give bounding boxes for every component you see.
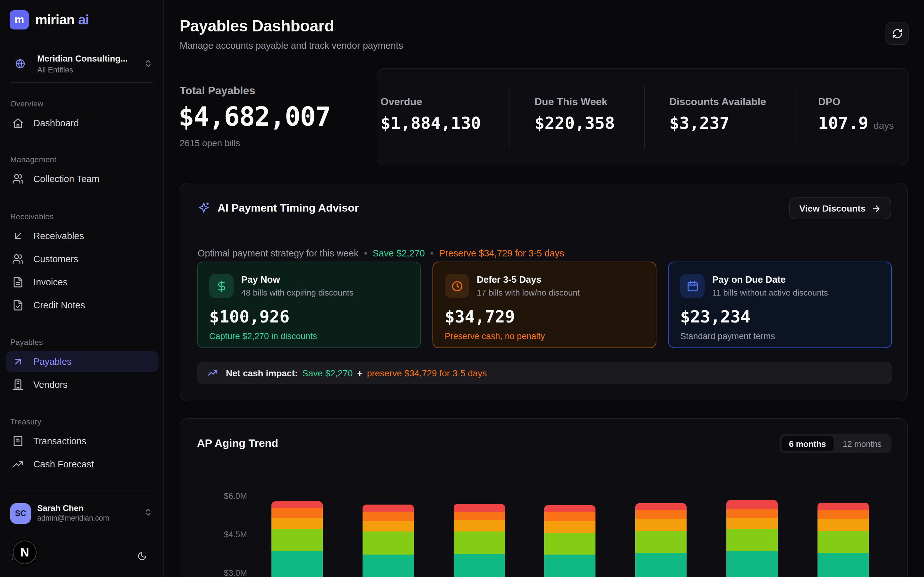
file-text-icon	[12, 276, 24, 288]
bar-segment-current-bucket	[726, 551, 778, 577]
refresh-button[interactable]	[885, 22, 909, 45]
advisor-options: Pay Now48 bills with expiring discounts$…	[197, 261, 892, 348]
bar-segment-aging-bucket-3	[363, 521, 414, 531]
ap-aging-card: AP Aging Trend 6 months12 months $6.0M$4…	[180, 418, 908, 577]
advisor-card-pay-on-due-date[interactable]: Pay on Due Date11 bills without active d…	[668, 261, 892, 348]
sidebar-item-receivables[interactable]: Receivables	[6, 226, 158, 246]
aging-chart-plot: $6.0M$4.5M$3.0M	[180, 419, 907, 577]
dev-overlay-badge[interactable]: N	[13, 540, 37, 564]
total-payables-value: $4,682,007	[178, 101, 330, 132]
bar-segment-aging-bucket-2	[363, 531, 414, 554]
bar-segment-aging-bucket-3	[454, 520, 505, 531]
open-bills-count: 2615 open bills	[180, 138, 240, 148]
bar-segment-aging-bucket-4	[454, 512, 505, 520]
stat-divider	[509, 87, 510, 148]
advisor-card-title: Pay on Due Date	[712, 274, 786, 285]
sidebar-item-invoices[interactable]: Invoices	[6, 272, 158, 292]
view-discounts-button[interactable]: View Discounts	[789, 197, 891, 219]
bar-segment-aging-bucket-2	[635, 531, 687, 553]
aging-bar-6[interactable]	[726, 500, 778, 577]
sidebar-item-credit-notes[interactable]: Credit Notes	[6, 295, 158, 316]
stat-due-this-week: Due This Week$220,358	[535, 96, 615, 133]
aging-bar-5[interactable]	[635, 503, 687, 577]
bar-segment-aging-bucket-2	[726, 529, 778, 551]
stat-divider	[644, 87, 645, 148]
y-axis-tick: $4.5M	[206, 530, 247, 539]
stat-discounts-available: Discounts Available$3,237	[669, 96, 766, 133]
brand-logo-icon: m	[10, 10, 29, 29]
org-selector[interactable]: Meridian Consulting... All Entities	[10, 52, 154, 77]
sidebar-item-dashboard[interactable]: Dashboard	[6, 113, 158, 133]
bar-segment-aging-bucket-5	[454, 504, 505, 512]
aging-bar-7[interactable]	[817, 503, 869, 577]
clock-icon	[445, 274, 469, 298]
stat-value: $3,237	[669, 113, 766, 133]
sidebar-item-label: Vendors	[33, 380, 67, 390]
refresh-icon	[892, 28, 903, 39]
advisor-card-pay-now[interactable]: Pay Now48 bills with expiring discounts$…	[197, 261, 421, 348]
strategy-save: Save $2,270	[373, 248, 425, 258]
sidebar-item-label: Receivables	[33, 231, 84, 241]
user-name: Sarah Chen	[37, 503, 84, 513]
strategy-line: Optimal payment strategy for this week S…	[198, 248, 564, 258]
user-menu[interactable]: SC Sarah Chen admin@meridian.com	[10, 503, 154, 526]
total-payables-label: Total Payables	[180, 85, 255, 97]
aging-bar-2[interactable]	[363, 504, 414, 577]
bar-segment-aging-bucket-3	[544, 521, 596, 532]
sidebar-item-label: Credit Notes	[33, 300, 85, 310]
stat-overdue: Overdue$1,884,130	[381, 96, 481, 133]
moon-icon[interactable]	[137, 551, 147, 561]
aging-bar-1[interactable]	[271, 501, 323, 577]
user-email: admin@meridian.com	[37, 514, 109, 522]
sidebar-item-cash-forecast[interactable]: Cash Forecast	[6, 454, 158, 474]
sidebar-item-collection-team[interactable]: Collection Team	[6, 169, 158, 189]
aging-bar-4[interactable]	[544, 505, 596, 577]
org-scope: All Entities	[37, 65, 73, 74]
bar-segment-aging-bucket-2	[817, 531, 869, 553]
aging-bar-3[interactable]	[454, 504, 505, 577]
sidebar-item-transactions[interactable]: Transactions	[6, 431, 158, 451]
sidebar-item-label: Customers	[33, 254, 78, 264]
advisor-card-title: Defer 3-5 Days	[477, 274, 541, 285]
payables-dashboard-page: m mirian ai Meridian Consulting... All E…	[0, 0, 924, 577]
users-icon	[12, 253, 24, 265]
bar-segment-aging-bucket-3	[271, 518, 323, 529]
stat-label: Overdue	[381, 96, 481, 108]
bar-segment-aging-bucket-5	[817, 503, 869, 510]
bar-segment-aging-bucket-5	[635, 503, 687, 509]
bar-segment-aging-bucket-4	[544, 512, 596, 521]
sidebar-section-management: Management	[10, 155, 57, 164]
sidebar-item-vendors[interactable]: Vendors	[6, 374, 158, 395]
bar-segment-current-bucket	[817, 553, 869, 577]
sidebar-item-label: Invoices	[33, 277, 67, 287]
sidebar-divider	[10, 82, 153, 83]
bar-segment-aging-bucket-5	[544, 505, 596, 512]
org-name: Meridian Consulting...	[37, 54, 128, 63]
bar-segment-aging-bucket-5	[363, 504, 414, 512]
stat-value: $220,358	[535, 113, 615, 133]
bar-segment-aging-bucket-2	[544, 532, 596, 554]
home-icon	[12, 117, 24, 129]
advisor-card-defer-3-5-days[interactable]: Defer 3-5 Days17 bills with low/no disco…	[433, 261, 656, 348]
impact-save: Save $2,270	[302, 367, 352, 378]
advisor-card-title: Pay Now	[241, 274, 280, 285]
arrow-up-right-icon	[12, 356, 24, 367]
advisor-card-value: $34,729	[445, 307, 515, 326]
bar-segment-aging-bucket-3	[817, 519, 869, 531]
bar-segment-aging-bucket-5	[726, 500, 778, 509]
impact-preserve: preserve $34,729 for 3-5 days	[367, 367, 487, 378]
advisor-card-value: $23,234	[680, 307, 750, 326]
advisor-card-footer: Capture $2,270 in discounts	[209, 332, 317, 341]
sidebar-item-label: Collection Team	[33, 174, 99, 184]
sidebar-item-customers[interactable]: Customers	[6, 249, 158, 269]
advisor-title: AI Payment Timing Advisor	[218, 201, 359, 214]
sidebar-section-treasury: Treasury	[10, 417, 41, 426]
sidebar-item-label: Cash Forecast	[33, 459, 94, 469]
arrow-down-left-icon	[12, 230, 24, 242]
bar-segment-current-bucket	[544, 554, 596, 577]
sidebar-item-payables[interactable]: Payables	[6, 351, 158, 372]
sidebar-item-label: Payables	[33, 356, 71, 367]
brand[interactable]: m mirian ai	[10, 10, 89, 29]
bar-segment-aging-bucket-5	[271, 501, 323, 509]
page-subtitle: Manage accounts payable and track vendor…	[180, 40, 403, 51]
